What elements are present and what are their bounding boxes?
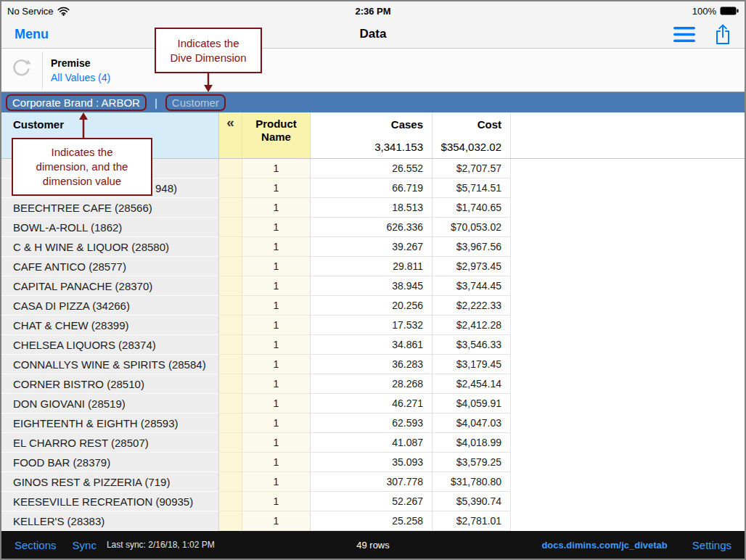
cases-cell: 46.271 — [311, 394, 433, 413]
collapse-strip-cell — [219, 198, 242, 218]
cases-cell: 20.256 — [311, 296, 433, 316]
product-qty-cell: 1 — [242, 335, 311, 355]
collapse-strip-cell — [219, 218, 242, 237]
table-row[interactable]: DON GIOVANI (28519)146.271$4,059.91 — [1, 394, 745, 413]
filler-cell — [511, 237, 745, 257]
product-qty-cell: 1 — [242, 237, 311, 257]
customer-cell: EL CHARRO REST (28507) — [1, 433, 219, 453]
cases-cell: 62.593 — [311, 413, 433, 433]
cost-cell: $5,714.51 — [433, 178, 511, 198]
collapse-strip-cell — [219, 178, 242, 198]
page-title: Data — [360, 27, 387, 41]
cost-cell: $4,059.91 — [433, 394, 511, 413]
breadcrumb-dimension-value[interactable]: Corporate Brand : ARBOR — [6, 94, 147, 111]
premise-filter-value[interactable]: All Values (4) — [51, 72, 110, 83]
cost-cell: $2,973.45 — [433, 257, 511, 276]
column-header-product-name[interactable]: Product Name — [242, 112, 311, 158]
customer-cell: CHAT & CHEW (28399) — [1, 316, 219, 335]
table-row[interactable]: KELLER'S (28383)125.258$2,781.01 — [1, 511, 745, 531]
table-row[interactable]: CAPITAL PANACHE (28370)138.945$3,744.45 — [1, 276, 745, 296]
table-row[interactable]: EL CHARRO REST (28507)141.087$4,018.99 — [1, 433, 745, 453]
cost-cell: $31,780.80 — [433, 472, 511, 492]
table-row[interactable]: FOOD BAR (28379)135.093$3,579.25 — [1, 453, 745, 472]
table-row[interactable]: BEECHTREE CAFE (28566)118.513$1,740.65 — [1, 198, 745, 218]
cases-cell: 39.267 — [311, 237, 433, 257]
collapse-strip-cell — [219, 394, 242, 413]
breadcrumb-dive-dimension[interactable]: Customer — [165, 94, 226, 111]
customer-cell: KEESEVILLE RECREATION (90935) — [1, 492, 219, 511]
cost-cell: $3,579.25 — [433, 453, 511, 472]
cases-cell: 26.552 — [311, 159, 433, 178]
filler-cell — [511, 472, 745, 492]
filler-cell — [511, 492, 745, 511]
table-row[interactable]: CASA DI PIZZA (34266)120.256$2,222.33 — [1, 296, 745, 316]
cases-cell: 626.336 — [311, 218, 433, 237]
collapse-strip-cell — [219, 374, 242, 394]
table-row[interactable]: BOWL-A-ROLL (1862)1626.336$70,053.02 — [1, 218, 745, 237]
product-qty-cell: 1 — [242, 472, 311, 492]
refresh-control[interactable] — [12, 59, 31, 81]
collapse-strip-cell — [219, 492, 242, 511]
filler-cell — [511, 511, 745, 531]
cases-cell: 52.267 — [311, 492, 433, 511]
battery-percent: 100% — [692, 6, 716, 17]
customer-cell: GINOS REST & PIZZERIA (719) — [1, 472, 219, 492]
filler-cell — [511, 453, 745, 472]
product-qty-cell: 1 — [242, 257, 311, 276]
table-row[interactable]: CONNALLYS WINE & SPIRITS (28584)136.283$… — [1, 355, 745, 374]
cases-cell: 17.532 — [311, 316, 433, 335]
cost-cell: $3,744.45 — [433, 276, 511, 296]
cost-cell: $4,018.99 — [433, 433, 511, 453]
product-qty-cell: 1 — [242, 296, 311, 316]
filler-cell — [511, 159, 745, 178]
sections-button[interactable]: Sections — [15, 539, 57, 551]
column-header-cases[interactable]: Cases 3,341.153 — [311, 112, 433, 158]
filler-cell — [511, 316, 745, 335]
customer-cell: CORNER BISTRO (28510) — [1, 374, 219, 394]
sync-button[interactable]: Sync — [73, 539, 97, 551]
product-qty-cell: 1 — [242, 355, 311, 374]
callout-dimension-value: Indicates the dimension, and the dimensi… — [12, 138, 152, 196]
product-qty-cell: 1 — [242, 198, 311, 218]
column-header-cost[interactable]: Cost $354,032.02 — [433, 112, 511, 158]
product-qty-cell: 1 — [242, 394, 311, 413]
carrier-label: No Service — [7, 6, 54, 17]
collapse-strip-cell — [219, 159, 242, 178]
hamburger-menu-button[interactable] — [673, 27, 695, 42]
filler-cell — [511, 276, 745, 296]
cases-cell: 18.513 — [311, 198, 433, 218]
settings-button[interactable]: Settings — [692, 539, 731, 551]
callout-dive-dimension: Indicates the Dive Dimension — [155, 28, 262, 73]
nav-bar: Menu Data — [1, 20, 745, 49]
cost-cell: $2,412.28 — [433, 316, 511, 335]
customer-cell: FOOD BAR (28379) — [1, 453, 219, 472]
table-row[interactable]: CHAT & CHEW (28399)117.532$2,412.28 — [1, 316, 745, 335]
cases-cell: 29.811 — [311, 257, 433, 276]
table-row[interactable]: CORNER BISTRO (28510)128.268$2,454.14 — [1, 374, 745, 394]
premise-filter[interactable]: Premise All Values (4) — [51, 57, 110, 83]
callout-arrow-up-icon — [78, 112, 89, 138]
product-qty-cell: 1 — [242, 453, 311, 472]
table-row[interactable]: C & H WINE & LIQUOR (28580)139.267$3,967… — [1, 237, 745, 257]
filler-cell — [511, 218, 745, 237]
table-row[interactable]: CHELSEA LIQUORS (28374)134.861$3,546.33 — [1, 335, 745, 355]
customer-cell: CHELSEA LIQUORS (28374) — [1, 335, 219, 355]
collapse-columns-button[interactable]: « — [219, 112, 242, 158]
menu-button[interactable]: Menu — [15, 27, 49, 42]
table-row[interactable]: GINOS REST & PIZZERIA (719)1307.778$31,7… — [1, 472, 745, 492]
customer-cell: CASA DI PIZZA (34266) — [1, 296, 219, 316]
cost-cell: $70,053.02 — [433, 218, 511, 237]
server-link[interactable]: docs.dimins.com/jc_divetab — [541, 540, 667, 551]
refresh-icon — [12, 59, 31, 78]
table-row[interactable]: CAFE ANTICO (28577)129.811$2,973.45 — [1, 257, 745, 276]
customer-cell: EIGHTEENTH & EIGHTH (28593) — [1, 413, 219, 433]
share-button[interactable] — [714, 23, 731, 45]
customer-cell: CAPITAL PANACHE (28370) — [1, 276, 219, 296]
filler-cell — [511, 374, 745, 394]
customer-cell: C & H WINE & LIQUOR (28580) — [1, 237, 219, 257]
cases-cell: 41.087 — [311, 433, 433, 453]
table-row[interactable]: EIGHTEENTH & EIGHTH (28593)162.593$4,047… — [1, 413, 745, 433]
table-row[interactable]: KEESEVILLE RECREATION (90935)152.267$5,3… — [1, 492, 745, 511]
header-filler — [511, 112, 745, 158]
cost-cell: $1,740.65 — [433, 198, 511, 218]
